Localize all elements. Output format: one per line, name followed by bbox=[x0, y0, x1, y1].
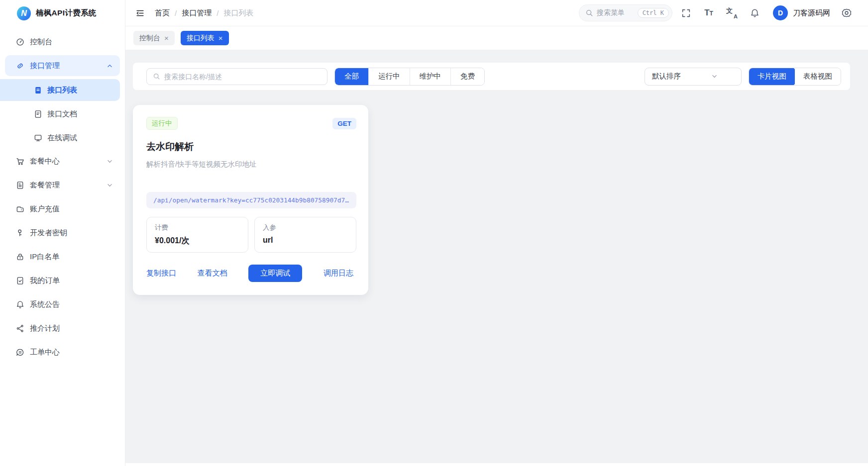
status-filter-running[interactable]: 运行中 bbox=[368, 68, 410, 85]
sidebar-item-console[interactable]: 控制台 bbox=[5, 31, 120, 52]
sidebar-item-label: 我的订单 bbox=[30, 276, 113, 285]
sidebar-nav: 控制台 接口管理 接口列表 接 bbox=[0, 26, 125, 363]
menu-search-input[interactable]: 搜索菜单 Ctrl K bbox=[579, 4, 672, 21]
sidebar-item-label: 接口管理 bbox=[30, 61, 101, 71]
sort-select[interactable]: 默认排序 bbox=[645, 68, 742, 86]
tab-label: 接口列表 bbox=[187, 34, 215, 43]
sidebar-item-api-docs[interactable]: 接口文档 bbox=[5, 103, 120, 125]
sidebar-item-my-orders[interactable]: 我的订单 bbox=[5, 270, 120, 291]
top-header: 首页 / 接口管理 / 接口列表 搜索菜单 Ctrl K TT 文 bbox=[125, 0, 868, 26]
sidebar-item-online-debug[interactable]: 在线调试 bbox=[5, 127, 120, 149]
view-toggle-group: 卡片视图 表格视图 bbox=[749, 68, 841, 86]
language-switch-icon[interactable]: 文A bbox=[722, 3, 741, 22]
stat-label: 入参 bbox=[263, 223, 348, 232]
doc-icon bbox=[34, 110, 42, 118]
sidebar-item-label: 推介计划 bbox=[30, 324, 113, 333]
params-stat: 入参 url bbox=[254, 217, 356, 253]
http-method-badge: GET bbox=[332, 118, 356, 129]
doc-check-icon bbox=[16, 277, 24, 285]
copy-api-link[interactable]: 复制接口 bbox=[146, 269, 176, 278]
call-logs-link[interactable]: 调用日志 bbox=[324, 269, 353, 278]
sidebar-item-label: IP白名单 bbox=[30, 252, 113, 262]
close-icon[interactable]: × bbox=[218, 34, 223, 42]
api-card-badges: 运行中 GET bbox=[146, 117, 356, 130]
sidebar-item-label: 账户充值 bbox=[30, 204, 113, 214]
close-icon[interactable]: × bbox=[164, 34, 169, 42]
share-icon bbox=[16, 324, 24, 333]
bottom-strip bbox=[125, 463, 868, 466]
status-filter-maintenance[interactable]: 维护中 bbox=[410, 68, 451, 85]
tab-console[interactable]: 控制台 × bbox=[133, 31, 175, 45]
open-tabs-bar: 控制台 × 接口列表 × bbox=[125, 26, 868, 50]
status-filter-group: 全部 运行中 维护中 免费 bbox=[334, 68, 485, 86]
sidebar-item-ip-whitelist[interactable]: IP白名单 bbox=[5, 246, 120, 267]
breadcrumb-api-management[interactable]: 接口管理 bbox=[182, 8, 212, 18]
sidebar-item-label: 套餐中心 bbox=[30, 157, 101, 166]
app-logo-icon: N bbox=[17, 6, 31, 20]
sidebar-item-label: 接口列表 bbox=[47, 86, 77, 95]
sidebar-item-developer-keys[interactable]: 开发者密钥 bbox=[5, 222, 120, 243]
stat-value: url bbox=[263, 236, 348, 245]
main-column: 首页 / 接口管理 / 接口列表 搜索菜单 Ctrl K TT 文 bbox=[125, 0, 868, 466]
sidebar-collapse-icon[interactable] bbox=[135, 8, 145, 18]
stat-label: 计费 bbox=[155, 223, 240, 232]
api-card-actions: 复制接口 查看文档 立即调试 调用日志 bbox=[146, 265, 356, 282]
table-view-button[interactable]: 表格视图 bbox=[795, 68, 841, 85]
sidebar-item-account-recharge[interactable]: 账户充值 bbox=[5, 198, 120, 219]
card-view-button[interactable]: 卡片视图 bbox=[749, 68, 795, 86]
user-menu[interactable]: D 刀客源码网 bbox=[773, 5, 830, 20]
api-endpoint[interactable]: /api/open/watermark?key=cc775c0203144b9b… bbox=[146, 192, 356, 208]
filter-right-group: 默认排序 卡片视图 表格视图 bbox=[645, 68, 841, 86]
api-card: 运行中 GET 去水印解析 解析抖音/快手等短视频无水印地址 /api/open… bbox=[133, 105, 368, 295]
sort-select-value: 默认排序 bbox=[652, 72, 694, 81]
dashboard-icon bbox=[16, 38, 24, 46]
debug-now-button[interactable]: 立即调试 bbox=[248, 265, 302, 282]
sidebar-item-package-management[interactable]: 套餐管理 bbox=[5, 175, 120, 195]
cart-icon bbox=[16, 157, 24, 166]
status-filter-all[interactable]: 全部 bbox=[335, 68, 368, 85]
sidebar-item-label: 在线调试 bbox=[47, 133, 77, 143]
status-filter-free[interactable]: 免费 bbox=[450, 68, 484, 85]
breadcrumb-separator: / bbox=[217, 9, 218, 17]
font-size-icon[interactable]: TT bbox=[699, 3, 718, 22]
sidebar-item-api-management[interactable]: 接口管理 bbox=[5, 55, 120, 76]
avatar: D bbox=[773, 5, 788, 20]
sidebar-item-package-center[interactable]: 套餐中心 bbox=[5, 151, 120, 172]
doc-filled-icon bbox=[34, 86, 42, 94]
search-icon bbox=[585, 9, 593, 17]
breadcrumb-separator: / bbox=[175, 9, 177, 17]
search-icon bbox=[153, 73, 160, 80]
sidebar-item-label: 套餐管理 bbox=[30, 181, 101, 190]
app-root: N 楠枫API计费系统 控制台 接口管理 bbox=[0, 0, 868, 466]
sidebar-item-api-list[interactable]: 接口列表 bbox=[0, 79, 120, 101]
api-search-input[interactable] bbox=[164, 73, 321, 81]
chevron-down-icon bbox=[694, 73, 736, 80]
chevron-up-icon bbox=[107, 63, 113, 69]
sidebar-item-ticket-center[interactable]: 工单中心 bbox=[5, 342, 120, 363]
breadcrumb-home[interactable]: 首页 bbox=[155, 8, 170, 18]
settings-gear-icon[interactable] bbox=[837, 3, 856, 22]
notification-bell-icon[interactable] bbox=[745, 3, 764, 22]
sidebar-item-referral-program[interactable]: 推介计划 bbox=[5, 318, 120, 339]
monitor-icon bbox=[34, 134, 42, 142]
doc-lines-icon bbox=[16, 181, 24, 189]
menu-search-placeholder: 搜索菜单 bbox=[597, 8, 634, 17]
key-icon bbox=[16, 229, 24, 237]
view-docs-link[interactable]: 查看文档 bbox=[198, 269, 227, 278]
sidebar-item-label: 接口文档 bbox=[47, 109, 77, 119]
api-search-field[interactable] bbox=[146, 68, 327, 85]
bell-icon bbox=[16, 300, 24, 309]
lock-icon bbox=[16, 253, 24, 261]
username: 刀客源码网 bbox=[793, 8, 830, 18]
fullscreen-icon[interactable] bbox=[676, 3, 695, 22]
chat-icon bbox=[16, 348, 24, 357]
chevron-down-icon bbox=[107, 182, 113, 188]
chevron-down-icon bbox=[107, 158, 113, 165]
status-badge: 运行中 bbox=[146, 117, 178, 130]
search-shortcut-badge: Ctrl K bbox=[638, 8, 669, 18]
filter-toolbar: 全部 运行中 维护中 免费 默认排序 卡片视图 表格视图 bbox=[133, 63, 850, 90]
sidebar-item-label: 开发者密钥 bbox=[30, 228, 113, 238]
tab-api-list[interactable]: 接口列表 × bbox=[181, 31, 229, 45]
app-title: 楠枫API计费系统 bbox=[36, 8, 97, 18]
sidebar-item-announcements[interactable]: 系统公告 bbox=[5, 294, 120, 315]
